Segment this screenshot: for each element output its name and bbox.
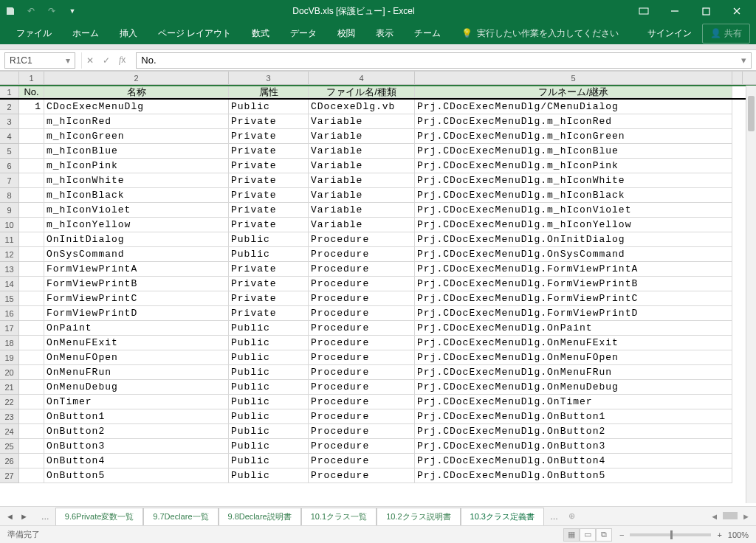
sheet-tab[interactable]: 10.1クラス一覧 (301, 508, 377, 527)
cell[interactable]: m_hIconRed (44, 114, 229, 129)
cell[interactable]: Variable (309, 159, 415, 173)
ribbon-tab[interactable]: ホーム (62, 22, 109, 44)
close-icon[interactable] (722, 1, 752, 21)
cell[interactable] (19, 173, 44, 188)
cell[interactable]: Procedure (309, 350, 415, 365)
row-header[interactable]: 27 (0, 468, 19, 483)
ribbon-options-icon[interactable] (629, 1, 659, 21)
cell[interactable]: OnButton1 (44, 409, 229, 424)
cell[interactable] (19, 409, 44, 424)
cell[interactable]: フルネーム/継承 (415, 86, 732, 98)
ribbon-tab[interactable]: ページ レイアウト (148, 22, 241, 44)
cancel-formula-icon[interactable]: ✕ (86, 55, 94, 66)
cell[interactable]: Prj.CDocExecMenuDlg.FormViewPrintB (415, 277, 732, 291)
formula-input[interactable]: No. (136, 52, 752, 69)
sheet-tab[interactable]: 10.3クラス定義書 (461, 508, 544, 527)
cell[interactable] (19, 380, 44, 395)
cell[interactable]: 1 (19, 100, 44, 114)
cell[interactable]: m_hIconBlue (44, 144, 229, 159)
row-header[interactable]: 6 (0, 159, 19, 173)
name-box[interactable]: R1C1 ▾ (4, 52, 75, 69)
col-header[interactable]: 3 (229, 72, 309, 84)
cell[interactable] (19, 203, 44, 218)
hscroll-left-icon[interactable]: ◄ (710, 512, 718, 521)
signin-button[interactable]: サインイン (637, 27, 702, 40)
cell[interactable]: Public (229, 468, 309, 483)
cell[interactable]: Prj.CDocExecMenuDlg/CMenuDialog (415, 100, 732, 114)
ribbon-tab[interactable]: 数式 (241, 22, 280, 44)
cell[interactable]: Private (229, 306, 309, 321)
cell[interactable]: Public (229, 100, 309, 114)
cell[interactable]: Procedure (309, 277, 415, 291)
cell[interactable]: Prj.CDocExecMenuDlg.m_hIconPink (415, 159, 732, 173)
cell[interactable]: m_hIconWhite (44, 173, 229, 188)
cell[interactable]: Prj.CDocExecMenuDlg.m_hIconGreen (415, 129, 732, 144)
cell[interactable] (19, 114, 44, 129)
cell[interactable]: OnButton5 (44, 468, 229, 483)
cell[interactable]: Private (229, 159, 309, 173)
sheet-tab[interactable]: 9.6Private変数一覧 (55, 508, 144, 527)
cell[interactable]: Prj.CDocExecMenuDlg.OnButton4 (415, 454, 732, 468)
cell[interactable]: FormViewPrintC (44, 291, 229, 306)
cell[interactable]: Procedure (309, 365, 415, 380)
cell[interactable]: Procedure (309, 424, 415, 439)
sheet-tab[interactable]: 9.8Declare説明書 (219, 508, 301, 527)
cell[interactable]: m_hIconBlack (44, 188, 229, 203)
enter-formula-icon[interactable]: ✓ (103, 55, 110, 66)
cell[interactable]: Variable (309, 114, 415, 129)
cell[interactable]: Public (229, 247, 309, 262)
cell[interactable]: Prj.CDocExecMenuDlg.FormViewPrintC (415, 291, 732, 306)
cell[interactable]: Public (229, 321, 309, 336)
row-header[interactable]: 10 (0, 218, 19, 232)
cell[interactable]: Variable (309, 144, 415, 159)
sheet-tab[interactable]: 9.7Declare一覧 (143, 508, 218, 527)
ribbon-tab[interactable]: チーム (404, 22, 451, 44)
cell[interactable]: OnInitDialog (44, 232, 229, 247)
cell[interactable] (19, 365, 44, 380)
cell[interactable] (19, 262, 44, 277)
cell[interactable]: No. (19, 86, 44, 98)
select-all-corner[interactable] (0, 72, 19, 84)
cell[interactable]: Prj.CDocExecMenuDlg.m_hIconBlack (415, 188, 732, 203)
row-header[interactable]: 17 (0, 321, 19, 336)
cell[interactable]: Public (229, 454, 309, 468)
cell[interactable]: Variable (309, 173, 415, 188)
cell[interactable]: Prj.CDocExecMenuDlg.m_hIconWhite (415, 173, 732, 188)
cell[interactable]: OnButton4 (44, 454, 229, 468)
zoom-level[interactable]: 100% (728, 530, 749, 539)
ribbon-tab[interactable]: 挿入 (109, 22, 148, 44)
cell[interactable]: Procedure (309, 409, 415, 424)
cell[interactable]: Prj.CDocExecMenuDlg.OnButton5 (415, 468, 732, 483)
cell[interactable]: OnPaint (44, 321, 229, 336)
cell[interactable]: m_hIconPink (44, 159, 229, 173)
cell[interactable] (19, 468, 44, 483)
scrollbar-thumb[interactable] (748, 96, 755, 131)
cell[interactable]: Prj.CDocExecMenuDlg.FormViewPrintD (415, 306, 732, 321)
cell[interactable]: Prj.CDocExecMenuDlg.OnButton1 (415, 409, 732, 424)
cell[interactable]: Public (229, 380, 309, 395)
cell[interactable]: Prj.CDocExecMenuDlg.OnSysCommand (415, 247, 732, 262)
tab-nav-prev-icon[interactable]: ◄ (6, 512, 14, 521)
cell[interactable] (19, 454, 44, 468)
tab-nav-more-icon[interactable]: … (544, 512, 564, 521)
row-header[interactable]: 22 (0, 395, 19, 409)
cell[interactable]: Prj.CDocExecMenuDlg.OnMenuFOpen (415, 350, 732, 365)
cell[interactable]: FormViewPrintA (44, 262, 229, 277)
cell[interactable]: Prj.CDocExecMenuDlg.OnButton2 (415, 424, 732, 439)
row-header[interactable]: 9 (0, 203, 19, 218)
view-pagebreak-icon[interactable]: ⧉ (596, 528, 612, 542)
hscroll-thumb[interactable] (723, 512, 738, 519)
row-header[interactable]: 25 (0, 439, 19, 454)
cell[interactable]: OnMenuDebug (44, 380, 229, 395)
cell[interactable] (19, 159, 44, 173)
cell[interactable]: 属性 (229, 86, 309, 98)
cell[interactable]: Procedure (309, 454, 415, 468)
cell[interactable]: Private (229, 114, 309, 129)
cell[interactable]: CDocexeDlg.vb (309, 100, 415, 114)
tell-me[interactable]: 💡 実行したい作業を入力してください (451, 22, 629, 44)
row-header[interactable]: 7 (0, 173, 19, 188)
vertical-scrollbar[interactable] (746, 86, 756, 503)
cell[interactable]: Procedure (309, 306, 415, 321)
col-header[interactable]: 1 (19, 72, 44, 84)
view-normal-icon[interactable]: ▦ (563, 528, 580, 542)
